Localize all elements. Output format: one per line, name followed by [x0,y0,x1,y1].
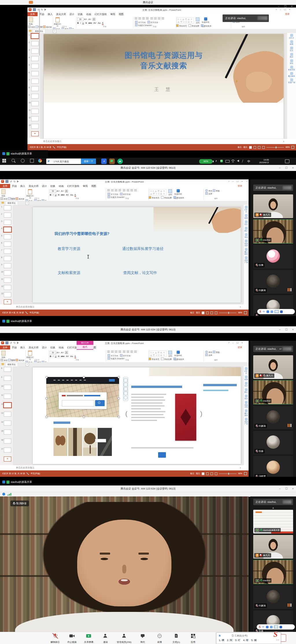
ppt-window-controls[interactable] [275,8,290,11]
arrange-button[interactable]: 排列 [196,17,199,24]
align-left-icon[interactable] [123,351,125,353]
slide-thumbnail[interactable]: 7 [27,78,40,86]
pinned-app2-icon[interactable] [117,159,123,164]
char-spacing-button[interactable]: AV [93,22,96,24]
toolbar-button[interactable]: 表情 [154,633,165,644]
select-button[interactable]: 选择 · [205,354,213,356]
ime-tool-icon[interactable] [267,310,269,313]
plugin-rail-item[interactable]: 更换背景 [244,240,249,247]
slide-thumbnail[interactable]: 1 [27,33,40,41]
close-icon[interactable] [292,485,294,492]
text-direction-button[interactable]: 文字方向 · [108,193,119,195]
help-icon[interactable] [275,8,277,11]
slide-thumbnail[interactable]: 9 [0,375,13,384]
quick-access-toolbar[interactable] [29,8,46,11]
notes-expand-icon[interactable] [283,139,284,144]
abc-button[interactable]: abc [61,355,64,358]
help-icon[interactable] [228,180,229,183]
italic-button[interactable]: I [53,194,53,196]
slide-thumbnail[interactable]: 8 [27,86,40,93]
minimize-icon[interactable] [279,326,281,333]
help-icon[interactable] [228,341,229,344]
slide-thumbnail[interactable]: 10 [27,101,40,108]
fit-slide-icon[interactable] [244,472,247,475]
paste-button[interactable]: 粘贴 [1,189,5,197]
slide-thumbnail[interactable]: 13 [27,123,40,131]
ppt-window-controls[interactable] [228,341,243,344]
find-button[interactable]: 查找 [205,351,212,353]
slideshow-icon[interactable] [17,180,19,183]
plugin-rail-item[interactable]: 图片 [244,388,249,393]
bold-button[interactable]: B [77,22,79,24]
toolbar-button[interactable]: 解除静音 [50,633,61,644]
ime-mic-icon[interactable] [270,626,273,628]
normal-view-icon[interactable] [249,146,252,149]
align-text-button[interactable]: 对齐文本 · [120,193,132,195]
reply-arrow-icon[interactable] [279,346,282,352]
slideshow-icon[interactable] [17,342,19,344]
participant-tile[interactable]: 刘媛涵 [253,585,293,609]
slide-thumbnail[interactable]: 8 [0,366,13,375]
ime-mode-icon[interactable]: 中 [263,310,265,313]
slide-thumbnail[interactable]: 17 [0,447,13,456]
ribbon-tab[interactable]: 美化大师 [27,345,40,349]
plugin-rail-item[interactable]: 范文 [244,382,249,387]
normal-view-icon[interactable] [202,312,204,314]
quick-styles-button[interactable]: 快速样式 [174,189,182,195]
plugin-rail-item[interactable]: 资源广场 [244,256,249,264]
reading-view-icon[interactable] [258,146,260,149]
underline-button[interactable]: U [55,194,57,196]
clear-format-icon[interactable]: 🄰 [65,351,68,354]
tab-picture-format[interactable]: 格式 [77,345,93,350]
line-spacing-icon[interactable] [119,351,121,353]
plugin-rail-item[interactable]: 图片 [244,227,249,232]
ribbon-tab[interactable]: 切换 [76,12,84,16]
maximize-icon[interactable] [236,180,238,183]
login-button[interactable]: 登录 [238,345,242,349]
close-icon[interactable] [289,8,290,11]
align-text-button[interactable]: 对齐文本 · [147,21,159,23]
align-text-button[interactable]: 对齐文本 · [120,355,132,357]
meeting-window-controls[interactable] [279,326,294,333]
slide-thumbnail[interactable]: 12 [0,402,13,411]
collapse-sidebar-icon[interactable] [250,506,296,509]
normal-view-icon[interactable] [202,472,204,475]
meeting-window-controls[interactable] [279,485,294,492]
tab-file[interactable]: 文件 [0,184,10,188]
maximize-icon[interactable] [284,8,286,11]
notes-expand-icon[interactable] [240,465,241,470]
add-tab-button[interactable] [25,363,29,366]
align-right-icon[interactable] [130,351,133,353]
fit-slide-icon[interactable] [244,311,247,314]
link-icon[interactable] [124,391,127,395]
close-icon[interactable] [241,180,243,183]
quick-styles-button[interactable]: 快速样式 [174,351,182,356]
ime-candidate[interactable]: 5. 锕 [251,639,257,642]
security-tray-icon[interactable] [220,160,223,162]
slide-thumbnail[interactable]: 11 [27,108,40,116]
ribbon-tab[interactable]: 插入 [46,12,54,16]
volume-icon[interactable] [237,160,239,162]
ime-settings-icon[interactable] [280,310,283,313]
ribbon-tab[interactable]: 审阅 [81,184,90,188]
ribbon-tab[interactable]: 开始 [10,345,18,349]
participant-tile[interactable]: 张爽 [253,245,293,268]
font-size-box[interactable]: 59 [77,18,84,21]
keyboard-icon[interactable] [274,625,278,628]
slide-sorter-icon[interactable] [254,146,256,149]
ribbon-tab[interactable]: 插入 [18,345,27,349]
shapes-gallery[interactable] [177,17,194,24]
justify-icon[interactable] [134,351,137,353]
plugin-rail-item[interactable]: 独秀 [287,40,296,45]
sogou-toolbar[interactable]: S 中 [257,624,295,630]
maximize-icon[interactable] [285,326,288,333]
slide-sorter-icon[interactable] [206,472,209,475]
add-tab-button[interactable] [25,201,29,205]
ime-candidate[interactable]: 3. 吖 [235,639,240,642]
minimize-icon[interactable] [280,8,281,11]
abc-button[interactable]: abc [88,22,92,24]
slide-thumbnail[interactable]: 11 [0,277,13,284]
website-screenshot[interactable] [46,377,119,417]
undo-icon[interactable] [10,341,12,344]
close-icon[interactable]: × [291,5,293,8]
